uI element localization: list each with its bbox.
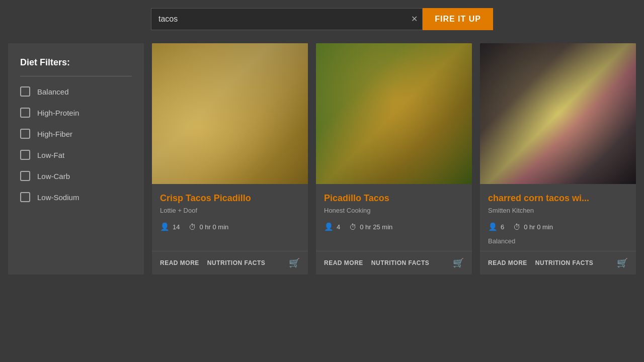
card-body-0: Crisp Tacos PicadilloLottie + Doof👤14⏱0 … xyxy=(152,184,308,251)
filter-item-low-sodium[interactable]: Low-Sodium xyxy=(20,192,132,202)
read-more-link-1[interactable]: READ MORE xyxy=(324,259,363,266)
nutrition-facts-link-2[interactable]: NUTRITION FACTS xyxy=(535,259,594,266)
filter-checkbox-low-carb[interactable] xyxy=(20,171,30,181)
time-item-2: ⏱0 hr 0 min xyxy=(513,223,553,231)
clock-icon: ⏱ xyxy=(513,223,521,231)
add-to-cart-button-2[interactable]: 🛒 xyxy=(617,257,628,268)
nutrition-facts-link-0[interactable]: NUTRITION FACTS xyxy=(207,259,266,266)
person-icon: 👤 xyxy=(160,222,170,231)
search-input[interactable] xyxy=(151,8,423,30)
clock-icon: ⏱ xyxy=(349,223,357,231)
filter-item-high-fiber[interactable]: High-Fiber xyxy=(20,129,132,139)
filter-label-balanced: Balanced xyxy=(37,87,69,96)
filter-checkbox-low-sodium[interactable] xyxy=(20,192,30,202)
filter-checkbox-high-fiber[interactable] xyxy=(20,129,30,139)
card-title-1: Picadillo Tacos xyxy=(324,193,464,204)
card-meta-1: 👤4⏱0 hr 25 min xyxy=(324,222,464,231)
read-more-link-2[interactable]: READ MORE xyxy=(488,259,527,266)
filters-container: BalancedHigh-ProteinHigh-FiberLow-FatLow… xyxy=(20,86,132,202)
sidebar-title: Diet Filters: xyxy=(20,57,132,76)
recipe-image-2 xyxy=(480,43,636,184)
servings-value-2: 6 xyxy=(501,223,504,231)
filter-label-low-carb: Low-Carb xyxy=(37,172,70,180)
header: ✕ FIRE IT UP xyxy=(0,0,644,38)
time-value-1: 0 hr 25 min xyxy=(360,223,392,231)
recipe-card-2: charred corn tacos wi...Smitten Kitchen👤… xyxy=(480,43,636,275)
filter-label-low-sodium: Low-Sodium xyxy=(37,193,79,202)
card-source-1: Honest Cooking xyxy=(324,207,464,214)
person-icon: 👤 xyxy=(324,222,334,231)
filter-label-low-fat: Low-Fat xyxy=(37,151,64,159)
filter-item-low-fat[interactable]: Low-Fat xyxy=(20,150,132,160)
time-item-0: ⏱0 hr 0 min xyxy=(189,223,228,231)
recipe-image-0 xyxy=(152,43,308,184)
read-more-link-0[interactable]: READ MORE xyxy=(160,259,199,266)
time-item-1: ⏱0 hr 25 min xyxy=(349,223,392,231)
servings-value-1: 4 xyxy=(337,223,340,231)
filter-label-high-protein: High-Protein xyxy=(37,109,79,117)
card-meta-2: 👤6⏱0 hr 0 min xyxy=(488,222,628,231)
recipe-image-1 xyxy=(316,43,472,184)
filter-checkbox-low-fat[interactable] xyxy=(20,150,30,160)
servings-value-0: 14 xyxy=(173,223,180,231)
card-diet-2: Balanced xyxy=(488,237,628,245)
cards-container: Crisp Tacos PicadilloLottie + Doof👤14⏱0 … xyxy=(152,43,636,275)
time-value-0: 0 hr 0 min xyxy=(199,223,228,231)
main-content: Diet Filters: BalancedHigh-ProteinHigh-F… xyxy=(0,43,644,283)
filter-item-low-carb[interactable]: Low-Carb xyxy=(20,171,132,181)
add-to-cart-button-0[interactable]: 🛒 xyxy=(289,257,300,268)
card-body-1: Picadillo TacosHonest Cooking👤4⏱0 hr 25 … xyxy=(316,184,472,251)
card-title-2: charred corn tacos wi... xyxy=(488,193,628,204)
servings-item-1: 👤4 xyxy=(324,222,340,231)
filter-checkbox-high-protein[interactable] xyxy=(20,108,30,118)
card-source-2: Smitten Kitchen xyxy=(488,207,628,214)
card-source-0: Lottie + Doof xyxy=(160,207,300,214)
servings-item-0: 👤14 xyxy=(160,222,180,231)
clock-icon: ⏱ xyxy=(189,223,196,231)
sidebar: Diet Filters: BalancedHigh-ProteinHigh-F… xyxy=(8,43,144,275)
filter-checkbox-balanced[interactable] xyxy=(20,86,30,97)
time-value-2: 0 hr 0 min xyxy=(524,223,553,231)
card-footer-1: READ MORENUTRITION FACTS🛒 xyxy=(316,251,472,275)
filter-label-high-fiber: High-Fiber xyxy=(37,130,72,138)
recipe-card-1: Picadillo TacosHonest Cooking👤4⏱0 hr 25 … xyxy=(316,43,472,275)
search-clear-button[interactable]: ✕ xyxy=(411,15,418,23)
fire-it-up-button[interactable]: FIRE IT UP xyxy=(423,8,493,30)
search-input-wrapper: ✕ xyxy=(151,8,423,30)
add-to-cart-button-1[interactable]: 🛒 xyxy=(453,257,464,268)
nutrition-facts-link-1[interactable]: NUTRITION FACTS xyxy=(371,259,430,266)
card-footer-0: READ MORENUTRITION FACTS🛒 xyxy=(152,251,308,275)
recipe-card-0: Crisp Tacos PicadilloLottie + Doof👤14⏱0 … xyxy=(152,43,308,275)
servings-item-2: 👤6 xyxy=(488,222,504,231)
search-container: ✕ FIRE IT UP xyxy=(151,8,493,30)
filter-item-balanced[interactable]: Balanced xyxy=(20,86,132,97)
person-icon: 👤 xyxy=(488,222,498,231)
card-title-0: Crisp Tacos Picadillo xyxy=(160,193,300,204)
card-meta-0: 👤14⏱0 hr 0 min xyxy=(160,222,300,231)
card-body-2: charred corn tacos wi...Smitten Kitchen👤… xyxy=(480,184,636,251)
filter-item-high-protein[interactable]: High-Protein xyxy=(20,108,132,118)
card-footer-2: READ MORENUTRITION FACTS🛒 xyxy=(480,251,636,275)
